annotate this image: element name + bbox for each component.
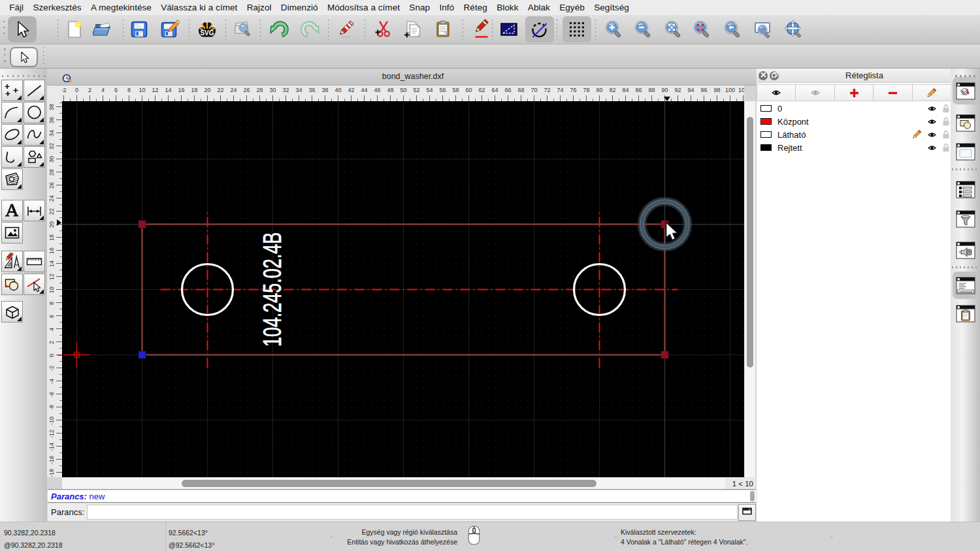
- hscroll-thumb[interactable]: [182, 480, 596, 487]
- layer-row-0[interactable]: 0: [757, 102, 951, 115]
- copy-pages-icon: [402, 19, 423, 40]
- status-bar: 90.3282,20.2318 @90.3282,20.2318 92.5662…: [0, 522, 980, 551]
- eye-open-icon: [768, 87, 784, 98]
- menu-ablak[interactable]: Ablak: [523, 3, 555, 12]
- zoom-out-icon: [633, 19, 654, 40]
- zoom-window-button[interactable]: [749, 16, 777, 42]
- canvas-vertical-scrollbar[interactable]: [744, 101, 755, 477]
- menu-dimenzió[interactable]: Dimenzió: [276, 3, 323, 12]
- tool-arc-button[interactable]: [1, 102, 23, 123]
- tool-circle-button[interactable]: [24, 102, 45, 123]
- tool-create-tools-button[interactable]: [1, 251, 23, 272]
- dock-command-line-button[interactable]: command: [953, 272, 978, 299]
- snap-on-grid-button[interactable]: [563, 16, 591, 42]
- delete-entities-button[interactable]: [331, 16, 359, 42]
- menu-módosítsa-a-címet[interactable]: Módosítsa a címet: [323, 3, 404, 12]
- command-history-scrollbar[interactable]: [750, 491, 755, 501]
- layer-panel-float-button[interactable]: [770, 71, 779, 80]
- add-layer-button[interactable]: [834, 84, 874, 101]
- edit-layer-button[interactable]: [912, 84, 951, 101]
- tool-spline-button[interactable]: [24, 124, 45, 146]
- tool-text-button[interactable]: [1, 200, 23, 221]
- mouse-hint: Egység vagy régió kiválasztása Entitás v…: [248, 527, 457, 547]
- dock-layer-list-button[interactable]: [953, 77, 978, 104]
- tool-image-button[interactable]: [1, 222, 23, 244]
- zoom-in-button[interactable]: [600, 16, 629, 42]
- cut-button[interactable]: [369, 16, 398, 42]
- dock-clipboard-button[interactable]: [953, 300, 978, 327]
- dock-block-list-button[interactable]: [953, 109, 978, 136]
- command-input[interactable]: [87, 505, 738, 520]
- zoom-auto-button[interactable]: [659, 16, 688, 42]
- menu-snap[interactable]: Snap: [404, 3, 434, 12]
- tool-line-button[interactable]: [24, 80, 45, 101]
- layer-row-látható[interactable]: Látható: [757, 128, 951, 141]
- copy-button[interactable]: [399, 16, 427, 42]
- menu-szerkesztés[interactable]: Szerkesztés: [28, 3, 86, 12]
- dock-selection-filter-button[interactable]: [953, 205, 978, 232]
- zoom-selection-button[interactable]: [688, 16, 717, 42]
- menu-segítség[interactable]: Segítség: [589, 3, 634, 12]
- menu-a-megtekintése[interactable]: A megtekintése: [86, 3, 156, 12]
- pan-zoom-button[interactable]: [779, 16, 808, 42]
- tool-polyline-button[interactable]: [1, 146, 23, 168]
- paste-button[interactable]: [429, 16, 458, 42]
- layer-color-swatch[interactable]: [760, 118, 772, 125]
- dock-entity-list-button[interactable]: [953, 176, 978, 203]
- toolbar-drag-handle[interactable]: [3, 21, 5, 39]
- dock-library-browser-button[interactable]: [953, 138, 978, 165]
- redo-button[interactable]: [295, 16, 323, 42]
- keyboard-focus-button[interactable]: [738, 504, 756, 521]
- export-svg-button[interactable]: SVG: [193, 16, 221, 42]
- drawing-window-titlebar[interactable]: bond_washer.dxf: [47, 69, 756, 86]
- layer-color-swatch[interactable]: [760, 105, 772, 112]
- undo-button[interactable]: [265, 16, 294, 42]
- menu-fájl[interactable]: Fájl: [5, 3, 28, 12]
- previous-view-button[interactable]: [719, 16, 747, 42]
- tool-ruler-icon: [25, 253, 43, 270]
- right-button-hint: Entitás vagy hivatkozás áthelyezése: [248, 537, 457, 547]
- layer-color-swatch[interactable]: [760, 131, 772, 138]
- drawing-canvas[interactable]: 104.245.02.4B: [62, 101, 744, 477]
- remove-layer-button[interactable]: [873, 84, 912, 101]
- dock-notifications-button[interactable]: [953, 236, 978, 264]
- new-file-button[interactable]: [60, 16, 89, 42]
- tool-dimension-button[interactable]: [24, 200, 45, 221]
- zoom-out-button[interactable]: [629, 16, 658, 42]
- hide-all-layers-button[interactable]: [795, 84, 834, 101]
- show-all-layers-button[interactable]: [757, 84, 796, 101]
- selection-pointer-button[interactable]: [10, 47, 38, 67]
- save-file-button[interactable]: [125, 16, 154, 42]
- print-preview-button[interactable]: [229, 16, 257, 42]
- tool-3d-box-button[interactable]: [1, 301, 23, 323]
- snap-free-button[interactable]: [495, 16, 523, 42]
- tool-points-button[interactable]: [1, 80, 23, 101]
- layer-color-swatch[interactable]: [760, 144, 772, 151]
- edit-attributes-button[interactable]: [466, 16, 495, 42]
- open-file-button[interactable]: [89, 16, 118, 42]
- command-history-label: Parancs:: [51, 492, 87, 501]
- save-as-button[interactable]: [155, 16, 184, 42]
- menu-infó[interactable]: Infó: [434, 3, 459, 12]
- menu-réteg[interactable]: Réteg: [459, 3, 492, 12]
- canvas-horizontal-scrollbar[interactable]: [62, 477, 725, 489]
- tool-shapes-button[interactable]: [24, 146, 45, 168]
- layer-row-központ[interactable]: Központ: [757, 115, 951, 128]
- menu-egyéb[interactable]: Egyéb: [555, 3, 589, 12]
- menu-válassza-ki-a-címet[interactable]: Válassza ki a címet: [156, 3, 242, 12]
- layer-panel-close-button[interactable]: [759, 71, 768, 80]
- toolbar-drag-handle[interactable]: [4, 48, 6, 65]
- menu-blokk[interactable]: Blokk: [492, 3, 523, 12]
- select-pointer-button[interactable]: [8, 16, 37, 42]
- tool-modify-button[interactable]: [24, 274, 45, 295]
- tool-ellipse-button[interactable]: [1, 124, 23, 146]
- snap-on-entity-button[interactable]: [525, 16, 554, 42]
- menu-rajzol[interactable]: Rajzol: [242, 3, 276, 12]
- vscroll-thumb[interactable]: [747, 117, 753, 368]
- layer-panel-header[interactable]: Réteglista: [757, 69, 951, 83]
- tool-measure-button[interactable]: [24, 251, 45, 272]
- tool-order-button[interactable]: [1, 274, 23, 295]
- tool-hatch-button[interactable]: [1, 168, 23, 190]
- layer-row-rejtett[interactable]: Rejtett: [757, 141, 951, 154]
- palette-drag-handle[interactable]: [2, 75, 45, 77]
